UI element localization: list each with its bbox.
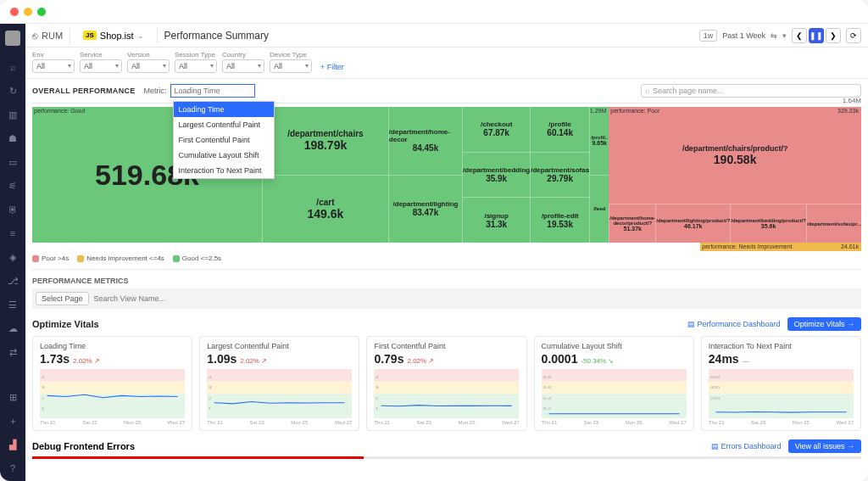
poor-count: 329.23k bbox=[837, 108, 859, 114]
vital-card[interactable]: Loading Time 1.73s2.02% ↗ 4321 Thu 21Sat… bbox=[32, 336, 192, 431]
vital-card[interactable]: Cumulative Layout Shift 0.0001-50.34% ↘ … bbox=[534, 336, 694, 431]
treemap-cell[interactable]: /profile60.14k bbox=[531, 107, 589, 153]
sparkline-chart: 0.80.60.40.2 bbox=[542, 369, 687, 418]
svg-text:1: 1 bbox=[209, 407, 212, 411]
overall-performance-header: OVERALL PERFORMANCE Metric: Loading Time… bbox=[32, 79, 861, 103]
svg-rect-15 bbox=[374, 382, 519, 394]
integrations-icon[interactable]: ⊞ bbox=[7, 391, 19, 403]
treemap-poor-main[interactable]: /department/chairs/product/? 190.58k bbox=[609, 107, 861, 204]
treemap-cell[interactable]: /department/lighting83.47k bbox=[389, 176, 462, 243]
treemap-cell[interactable]: /checkout67.87k bbox=[463, 107, 530, 153]
close-dot[interactable] bbox=[10, 8, 19, 16]
ci-icon[interactable]: ⎇ bbox=[7, 275, 19, 287]
filter-label: Service bbox=[80, 51, 122, 59]
treemap-cell[interactable]: /department/sofas/pr... bbox=[806, 204, 861, 243]
view-name-search-input[interactable] bbox=[94, 294, 858, 303]
sparkline-chart: 4321 bbox=[40, 369, 185, 418]
add-icon[interactable]: ＋ bbox=[7, 415, 19, 427]
filter-session type[interactable]: All bbox=[175, 59, 217, 73]
vital-card[interactable]: First Contentful Paint 0.79s2.02% ↗ 4321… bbox=[366, 336, 526, 431]
treemap-cell[interactable]: /department/lighting/product/?46.17k bbox=[655, 204, 730, 243]
metric-dropdown: Loading TimeLargest Contentful PaintFirs… bbox=[173, 101, 275, 179]
chart-icon: ▤ bbox=[687, 320, 695, 328]
treemap-cell[interactable]: /feed bbox=[590, 176, 609, 243]
svg-text:1: 1 bbox=[42, 407, 45, 411]
app-selector[interactable]: JS Shop.ist ⌄ bbox=[77, 28, 150, 43]
treemap-cell[interactable]: /department/home-decor/product/?51.37k bbox=[609, 204, 655, 243]
treemap-cell[interactable]: /profil..9.65k bbox=[590, 107, 609, 176]
treemap-cell[interactable]: /department/bedding35.9k bbox=[463, 153, 530, 199]
search-icon[interactable]: ⌕ bbox=[7, 61, 19, 73]
filter-service[interactable]: All bbox=[80, 59, 122, 73]
filter-device type[interactable]: All bbox=[270, 59, 312, 73]
maximize-dot[interactable] bbox=[37, 8, 46, 16]
metric-option[interactable]: Loading Time bbox=[174, 102, 274, 117]
overall-tab[interactable]: OVERALL PERFORMANCE bbox=[32, 87, 136, 95]
filter-version[interactable]: All bbox=[127, 59, 170, 73]
dashboard-icon[interactable]: ▥ bbox=[7, 109, 19, 120]
synth-icon[interactable]: ☰ bbox=[7, 299, 19, 310]
treemap-cell[interactable]: /cart149.6k bbox=[263, 176, 388, 243]
time-pause-button[interactable]: ❚❚ bbox=[809, 28, 824, 43]
timerange-selector[interactable]: Past 1 Week bbox=[722, 31, 765, 40]
needs-count: 24.61k bbox=[841, 243, 859, 249]
treemap-cell[interactable]: /profile-edit19.53k bbox=[531, 198, 589, 243]
svg-text:1: 1 bbox=[376, 407, 379, 411]
metric-select-input[interactable] bbox=[170, 84, 255, 98]
filter-env[interactable]: All bbox=[32, 59, 75, 73]
time-forward-button[interactable]: ❯ bbox=[826, 28, 841, 43]
treemap-cell[interactable]: /department/home-decor84.45k bbox=[389, 107, 462, 176]
select-page-button[interactable]: Select Page bbox=[36, 292, 89, 305]
svg-text:600: 600 bbox=[710, 375, 720, 378]
metric-option[interactable]: Cumulative Layout Shift bbox=[174, 148, 274, 163]
view-all-issues-button[interactable]: View all issues → bbox=[788, 439, 861, 453]
chevron-down-icon: ⌄ bbox=[137, 31, 144, 40]
svg-rect-8 bbox=[207, 382, 352, 394]
search-icon: ⌕ bbox=[645, 87, 649, 95]
poor-label: performance: Poor bbox=[610, 108, 659, 114]
svg-rect-22 bbox=[542, 382, 687, 394]
help-icon[interactable]: ? bbox=[7, 462, 19, 474]
minimize-dot[interactable] bbox=[24, 8, 32, 16]
filter-country[interactable]: All bbox=[222, 59, 264, 73]
security-icon[interactable]: ⛨ bbox=[7, 204, 19, 215]
filter-label: Env bbox=[32, 51, 75, 59]
svg-text:3: 3 bbox=[209, 385, 212, 389]
treemap-cell[interactable]: /signup31.3k bbox=[463, 198, 530, 243]
rum-breadcrumb[interactable]: ⎋ RUM bbox=[32, 31, 63, 41]
metric-label: Metric: bbox=[144, 87, 167, 95]
optimize-vitals-button[interactable]: Optimize Vitals → bbox=[787, 317, 861, 331]
rum-icon[interactable]: ◈ bbox=[7, 251, 19, 263]
filter-label: Device Type bbox=[270, 51, 312, 59]
performance-dashboard-link[interactable]: ▤Performance Dashboard bbox=[687, 320, 781, 328]
treemap-cell[interactable]: /department/chairs198.79k bbox=[263, 107, 388, 176]
cloud-icon[interactable]: ☁ bbox=[7, 322, 19, 334]
treemap-needs-bar[interactable]: performance: Needs Improvement 24.61k bbox=[700, 243, 861, 251]
refresh-button[interactable]: ⟳ bbox=[846, 28, 861, 43]
needs-label: performance: Needs Improvement bbox=[702, 243, 792, 249]
treemap-cell[interactable]: /department/sofas29.79k bbox=[531, 153, 589, 199]
apm-icon[interactable]: ⚟ bbox=[7, 180, 19, 192]
logo-icon[interactable] bbox=[5, 31, 20, 46]
errors-dashboard-link[interactable]: ▤Errors Dashboard bbox=[711, 442, 782, 450]
svg-text:2: 2 bbox=[376, 396, 379, 400]
time-preset-badge[interactable]: 1w bbox=[699, 30, 718, 42]
search-page-input[interactable]: ⌕ Search page name... bbox=[641, 84, 861, 98]
metric-option[interactable]: Interaction To Next Paint bbox=[174, 163, 274, 178]
page-title: Performance Summary bbox=[164, 30, 269, 42]
filter-label: Country bbox=[222, 51, 264, 59]
time-back-button[interactable]: ❮ bbox=[792, 28, 807, 43]
vital-card[interactable]: Interaction To Next Paint 24ms— 60040020… bbox=[701, 336, 861, 431]
performance-treemap[interactable]: performance: Good 1.29M 519.68k /departm… bbox=[32, 107, 861, 243]
logs-icon[interactable]: ≡ bbox=[7, 227, 19, 239]
user-icon[interactable]: ▟ bbox=[7, 439, 19, 450]
vital-card[interactable]: Largest Contentful Paint 1.09s2.02% ↗ 43… bbox=[199, 336, 359, 431]
infra-icon[interactable]: ☗ bbox=[7, 132, 19, 144]
metric-option[interactable]: Largest Contentful Paint bbox=[174, 117, 274, 132]
flows-icon[interactable]: ⇄ bbox=[7, 346, 19, 358]
monitors-icon[interactable]: ▭ bbox=[7, 156, 19, 168]
metric-option[interactable]: First Contentful Paint bbox=[174, 132, 274, 148]
treemap-cell[interactable]: /department/bedding/product/?35.6k bbox=[730, 204, 806, 243]
history-icon[interactable]: ↻ bbox=[7, 85, 19, 97]
add-filter-button[interactable]: + Filter bbox=[317, 61, 348, 73]
